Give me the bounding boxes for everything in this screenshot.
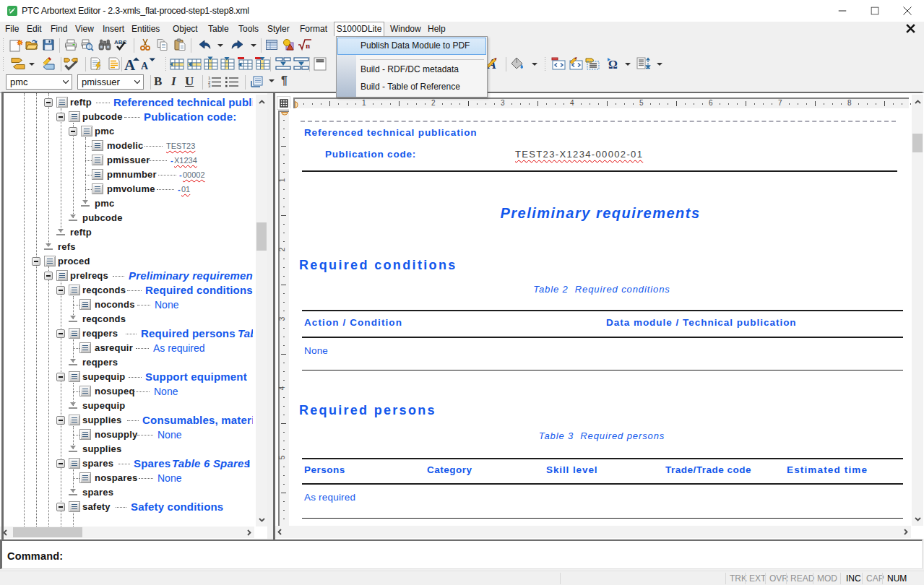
svg-text:n: n [306, 41, 310, 50]
svg-text:Ω: Ω [608, 58, 618, 70]
svg-text:3: 3 [208, 84, 211, 88]
svg-text:A: A [124, 56, 136, 71]
svg-text:A: A [141, 61, 149, 71]
